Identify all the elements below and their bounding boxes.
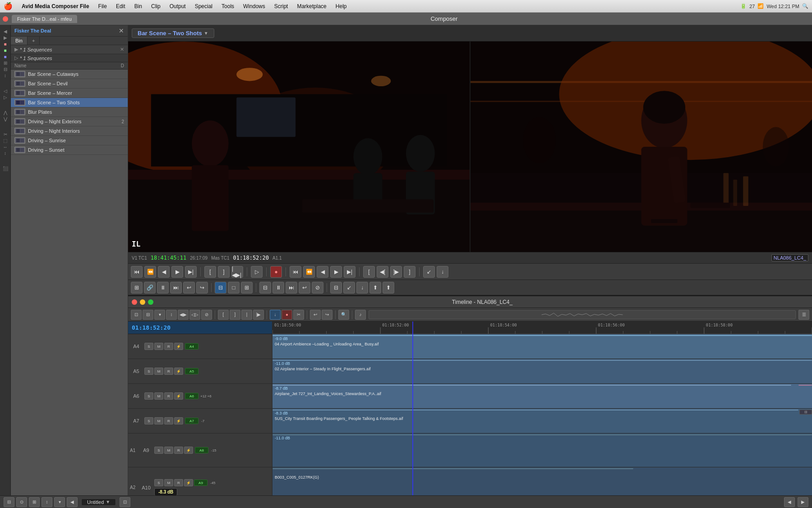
footer-tool-7[interactable]: ⊡ <box>120 497 130 507</box>
menu-script[interactable]: Script <box>271 2 292 10</box>
track-enable-a5[interactable]: A5 <box>185 368 198 374</box>
menu-special[interactable]: Special <box>191 2 216 10</box>
ctrl-overwrite2[interactable]: ↓ <box>356 282 368 294</box>
vol-knob-a9[interactable]: -8.3 dB <box>154 488 177 496</box>
edge-tool-10[interactable]: ▷ <box>1 95 9 100</box>
r-mark-out[interactable]: ] <box>404 266 415 278</box>
clip-a4[interactable]: -9.0 dB 04 Airport Ambience –Loading _ U… <box>272 335 812 336</box>
ctrl-mark2[interactable]: ⊟ <box>330 282 342 294</box>
ctrl-fade[interactable]: ⊘ <box>312 282 323 294</box>
seq-item-devil[interactable]: Bar Scene – Devil <box>11 79 128 89</box>
tl-tool-markin[interactable]: [ <box>218 310 229 320</box>
tl-tool-markout[interactable]: ] <box>230 310 240 320</box>
footer-tool-6[interactable]: ◀ <box>67 497 78 507</box>
ctrl-lift[interactable]: ⬆ <box>383 282 394 294</box>
search-icon[interactable]: 🔍 <box>802 3 808 9</box>
tl-tool-red[interactable]: ● <box>281 310 292 320</box>
track-solo-a4[interactable]: S <box>144 343 153 350</box>
ctrl-rew2[interactable]: ↩ <box>299 282 310 294</box>
track-fxon-a4[interactable]: ⚡ <box>174 343 183 350</box>
record-btn[interactable]: ● <box>270 266 282 278</box>
project-name[interactable]: Fisker The Deal <box>14 28 51 33</box>
r-step-back[interactable]: ◀ <box>317 266 328 278</box>
seq-item-mercer[interactable]: Bar Scene – Mercer <box>11 89 128 98</box>
tl-tool-center[interactable]: | <box>241 310 252 320</box>
track-solo-a9[interactable]: S <box>154 479 163 486</box>
track-mute-a9[interactable]: M <box>164 479 173 486</box>
edge-tool-9[interactable]: ◁ <box>1 89 9 93</box>
seq-item-blur[interactable]: Blur Plates <box>11 107 128 117</box>
edge-tool-11[interactable]: ⋀ <box>1 110 9 115</box>
mark-out-btn[interactable]: ] <box>218 266 230 278</box>
clip-a6-main[interactable]: -8.7 dB Airplane_Jet 727_Int_Landing_Voi… <box>272 385 791 386</box>
track-solo-a5[interactable]: S <box>144 368 153 375</box>
ctrl-pause[interactable]: ⏸ <box>157 282 169 294</box>
ctrl-quad[interactable]: ⊞ <box>241 282 253 294</box>
tl-tool-cut[interactable]: ✂ <box>293 310 304 320</box>
footer-tool-2[interactable]: ⊙ <box>16 497 27 507</box>
seq-item-cutaways[interactable]: Bar Scene – Cutaways <box>11 70 128 79</box>
track-fxon-a8[interactable]: ⚡ <box>184 447 193 454</box>
track-rec-a7[interactable]: R <box>164 417 173 424</box>
ctrl-stepfwd[interactable]: ⏭ <box>170 282 182 294</box>
ctrl-extract[interactable]: ⬆ <box>369 282 381 294</box>
track-rec-a4[interactable]: R <box>164 343 173 350</box>
track-rec-a9[interactable]: R <box>174 479 183 486</box>
edge-tool-7[interactable]: ⊟ <box>1 67 9 72</box>
apple-menu[interactable]: 🍎 <box>4 2 13 10</box>
fast-back-btn[interactable]: ⏪ <box>144 266 156 278</box>
tl-tool-link[interactable]: ↕ <box>166 310 177 320</box>
r-splice-in[interactable]: ↙ <box>423 266 435 278</box>
timeline-close-btn[interactable] <box>132 299 137 305</box>
footer-tool-1[interactable]: ⊟ <box>4 497 14 507</box>
clip-a8[interactable]: -11.0 dB <box>272 434 812 435</box>
seq-item-nightint[interactable]: Driving – Night Interiors <box>11 126 128 136</box>
ctrl-step2[interactable]: ⏭ <box>286 282 297 294</box>
track-enable-a8[interactable]: A8 <box>195 447 208 453</box>
r-fast-back[interactable]: ⏪ <box>303 266 315 278</box>
footer-tool-4[interactable]: ↕ <box>42 497 52 507</box>
footer-tool-3[interactable]: ⊞ <box>29 497 40 507</box>
track-fxon-a5[interactable]: ⚡ <box>174 368 183 375</box>
edge-tool-17[interactable]: ⬛ <box>1 166 9 171</box>
bin-tab-add[interactable]: + <box>28 37 40 45</box>
track-rec-a5[interactable]: R <box>164 368 173 375</box>
ctrl-grid[interactable]: ⊞ <box>131 282 143 294</box>
r-go-to-out[interactable]: ]▶ <box>390 266 402 278</box>
edge-tool-14[interactable]: ⬚ <box>1 138 9 143</box>
menu-avid[interactable]: Avid Media Composer File <box>18 2 93 10</box>
timeline-ruler[interactable]: 01:18:50:00 01:18:52:00 01:18:54:00 01:1… <box>272 322 812 334</box>
r-overwrite[interactable]: ↓ <box>437 266 448 278</box>
seq-item-nightext[interactable]: Driving – Night Exteriors 2 <box>11 117 128 126</box>
ctrl-r1[interactable]: ⊟ <box>259 282 271 294</box>
menu-tools[interactable]: Tools <box>218 2 238 10</box>
r-goto-start[interactable]: ⏮ <box>290 266 301 278</box>
play-loop-btn[interactable]: ▷ <box>251 266 263 278</box>
menu-help[interactable]: Help <box>332 2 351 10</box>
step-fwd-btn[interactable]: ▶| <box>185 266 197 278</box>
ctrl-single[interactable]: □ <box>228 282 240 294</box>
tl-tool-select[interactable]: ⊡ <box>131 310 142 320</box>
seq-close-icon[interactable]: ✕ <box>120 47 124 52</box>
r-mark-in[interactable]: [ <box>363 266 375 278</box>
project-tab[interactable]: Fisker The D...eal - mfeu <box>12 15 77 23</box>
ctrl-ff[interactable]: ↪ <box>196 282 208 294</box>
track-mute-a4[interactable]: M <box>154 343 163 350</box>
clip-a5[interactable]: -11.0 dB 02 Airplane Interior – Steady I… <box>272 360 812 361</box>
menu-file[interactable]: File <box>95 2 111 10</box>
menu-output[interactable]: Output <box>166 2 189 10</box>
track-fxon-a7[interactable]: ⚡ <box>174 417 183 424</box>
seq-selector-dropdown[interactable]: NLA086_LC4_ <box>771 254 808 261</box>
clip-a9[interactable]: B003_C005_0127RK(G) <box>272 468 633 469</box>
track-solo-a6[interactable]: S <box>144 392 153 400</box>
edge-tool-13[interactable]: ✂ <box>1 132 9 137</box>
r-step-fwd[interactable]: ▶| <box>344 266 355 278</box>
mark-in-btn[interactable]: [ <box>204 266 216 278</box>
seq-item-twoshots[interactable]: Bar Scene – Two Shots <box>11 98 128 107</box>
edge-tool-4[interactable]: ■ <box>1 48 9 53</box>
tl-tool-splice[interactable]: ⊘ <box>201 310 212 320</box>
sidebar-close-icon[interactable]: ✕ <box>119 27 124 34</box>
goto-start-btn[interactable]: ⏮ <box>131 266 143 278</box>
tl-tool-list[interactable]: ☰ <box>798 310 809 320</box>
seq-sub-expand[interactable]: ▷ <box>14 55 18 61</box>
